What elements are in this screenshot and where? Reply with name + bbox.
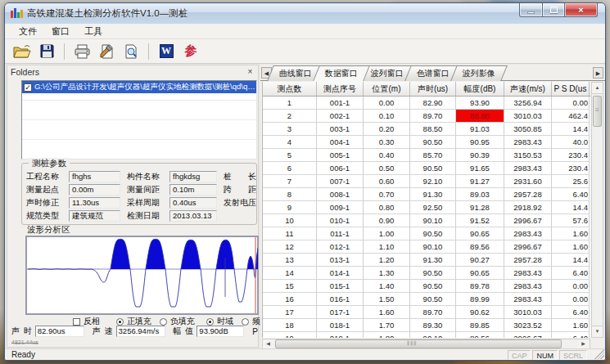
table-cell[interactable]: 4: [263, 136, 317, 149]
param-value[interactable]: 0.10m: [169, 184, 217, 195]
table-cell[interactable]: 1: [263, 97, 317, 110]
table-cell[interactable]: 89.56: [456, 332, 504, 338]
table-cell[interactable]: 009-1: [317, 201, 364, 214]
table-cell[interactable]: 91.30: [410, 188, 456, 201]
table-cell[interactable]: 16: [263, 293, 317, 306]
close-button[interactable]: ×: [565, 3, 598, 17]
table-row[interactable]: 6006-10.5090.5091.652983.43230.4: [263, 162, 590, 175]
table-row[interactable]: 18018-11.7089.3089.853023.521.60: [263, 319, 590, 332]
invert-checkbox[interactable]: [73, 318, 80, 326]
table-cell[interactable]: 89.30: [410, 319, 456, 332]
table-cell[interactable]: 90.10: [410, 214, 456, 227]
table-cell[interactable]: 1.10: [364, 240, 410, 254]
table-cell[interactable]: 1.40: [364, 280, 410, 293]
scroll-left-icon[interactable]: ◀: [263, 339, 273, 348]
table-cell[interactable]: 6.40: [552, 188, 590, 201]
table-cell[interactable]: 89.99: [456, 293, 504, 306]
table-cell[interactable]: 90.39: [456, 149, 504, 162]
readout-value[interactable]: 82.90us: [35, 326, 84, 337]
table-cell[interactable]: 2983.43: [504, 162, 552, 175]
table-cell[interactable]: 19: [263, 332, 317, 338]
table-row[interactable]: 1001-10.0082.9093.903256.940.00: [263, 97, 590, 110]
table-row[interactable]: 8008-10.7091.3089.032957.286.40: [263, 188, 590, 201]
table-cell[interactable]: 89.70: [410, 110, 456, 123]
panel-close-icon[interactable]: ×: [245, 66, 255, 77]
table-cell[interactable]: 11: [263, 227, 317, 240]
table-row[interactable]: 2002-10.1089.7086.803010.03462.4: [263, 110, 590, 123]
horizontal-scroll-thumb[interactable]: [275, 339, 562, 348]
table-cell[interactable]: 0.50: [364, 162, 410, 175]
table-cell[interactable]: 89.03: [456, 188, 504, 201]
table-cell[interactable]: 90.50: [410, 267, 456, 280]
resize-grip[interactable]: [594, 349, 604, 359]
open-file-button[interactable]: [11, 42, 33, 61]
table-cell[interactable]: 016-1: [317, 293, 364, 306]
menu-item-0[interactable]: 文件: [11, 24, 44, 39]
table-cell[interactable]: 3010.03: [504, 306, 552, 319]
table-row[interactable]: 5005-10.4085.7090.393150.53230.4: [263, 149, 590, 162]
table-cell[interactable]: 90.50: [410, 162, 456, 175]
table-cell[interactable]: 89.85: [456, 319, 504, 332]
table-cell[interactable]: 7: [263, 175, 317, 188]
maximize-button[interactable]: [543, 3, 565, 17]
fill-radio[interactable]: [160, 318, 167, 326]
table-cell[interactable]: 002-1: [317, 110, 364, 123]
param-value[interactable]: fhghs: [69, 171, 120, 182]
table-cell[interactable]: 89.78: [456, 280, 504, 293]
table-cell[interactable]: 014-1: [317, 267, 364, 280]
table-header-cell[interactable]: P S D(us: [552, 82, 590, 96]
table-row[interactable]: 11011-11.0090.5090.652983.431.60: [263, 227, 590, 240]
table-cell[interactable]: 0.00: [364, 97, 410, 110]
table-cell[interactable]: 2983.43: [504, 227, 552, 240]
folder-list[interactable]: ✓G:\公司产品设计开发\超声仪器\超声仪实地检测数据\测桩\qd\qd03\q…: [21, 80, 257, 160]
table-header-cell[interactable]: 声速(m/s): [504, 82, 552, 96]
title-bar[interactable]: 高铁建混凝土检测分析软件V1.0—测桩 ×: [5, 3, 605, 24]
folder-item[interactable]: ✓G:\公司产品设计开发\超声仪器\超声仪实地检测数据\测桩\qd\qd03\q…: [22, 81, 256, 93]
table-cell[interactable]: 91.65: [456, 162, 504, 175]
table-cell[interactable]: 90.50: [410, 136, 456, 149]
table-cell[interactable]: 2983.43: [504, 293, 552, 306]
table-cell[interactable]: 007-1: [317, 175, 364, 188]
table-cell[interactable]: 90.95: [456, 136, 504, 149]
table-cell[interactable]: 3050.85: [504, 123, 552, 136]
table-cell[interactable]: 92.50: [410, 201, 456, 214]
table-cell[interactable]: 3256.94: [504, 97, 552, 110]
table-cell[interactable]: 88.50: [410, 123, 456, 136]
domain-radio[interactable]: [242, 318, 249, 326]
table-header-cell[interactable]: 位置(m): [364, 82, 410, 96]
minimize-button[interactable]: [519, 3, 543, 17]
table-cell[interactable]: 001-1: [317, 97, 364, 110]
table-cell[interactable]: 462.4: [552, 110, 590, 123]
table-cell[interactable]: 90.62: [456, 306, 504, 319]
domain-radio[interactable]: [206, 318, 214, 326]
table-cell[interactable]: 012-1: [317, 240, 364, 254]
scroll-down-icon[interactable]: ▼: [592, 326, 603, 337]
table-cell[interactable]: 2996.67: [504, 240, 552, 254]
table-cell[interactable]: 010-1: [317, 214, 364, 227]
tab-scroll-right-icon[interactable]: ▶: [593, 67, 603, 79]
table-cell[interactable]: 14: [263, 267, 317, 280]
table-cell[interactable]: 89.70: [410, 306, 456, 319]
table-cell[interactable]: 91.03: [456, 123, 504, 136]
table-cell[interactable]: 9: [263, 201, 317, 214]
param-value[interactable]: 0.40us: [169, 197, 217, 209]
table-row[interactable]: 13013-11.2091.3090.272957.2814.4: [263, 254, 590, 267]
menu-item-1[interactable]: 窗口: [44, 24, 77, 39]
table-cell[interactable]: 2996.67: [504, 332, 552, 338]
table-cell[interactable]: 6: [263, 162, 317, 175]
table-row[interactable]: 12012-11.1090.1089.562996.671.60: [263, 240, 590, 254]
table-cell[interactable]: 2996.67: [504, 214, 552, 227]
table-cell[interactable]: 3023.52: [504, 319, 552, 332]
table-cell[interactable]: 3010.03: [504, 110, 552, 123]
table-cell[interactable]: 89.56: [456, 240, 504, 254]
table-cell[interactable]: 0.60: [364, 175, 410, 188]
table-cell[interactable]: 2931.60: [504, 175, 552, 188]
reference-button[interactable]: 参: [180, 42, 201, 61]
table-cell[interactable]: 2918.92: [504, 201, 552, 214]
table-cell[interactable]: 018-1: [317, 319, 364, 332]
vertical-scroll-thumb[interactable]: [593, 96, 602, 127]
table-cell[interactable]: 14.4: [552, 254, 590, 267]
table-cell[interactable]: 6.40: [552, 306, 590, 319]
table-cell[interactable]: 2: [263, 110, 317, 123]
table-cell[interactable]: 18: [263, 319, 317, 332]
